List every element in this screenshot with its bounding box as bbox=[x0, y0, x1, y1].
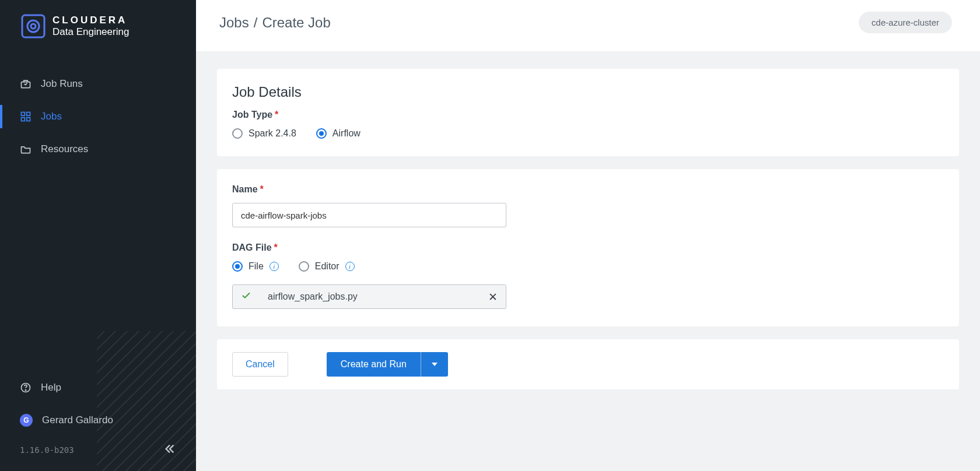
create-run-dropdown[interactable] bbox=[421, 352, 448, 377]
radio-icon bbox=[299, 261, 309, 272]
svg-rect-0 bbox=[22, 15, 44, 37]
job-type-radio-group: Spark 2.4.8 Airflow bbox=[232, 128, 944, 139]
info-icon[interactable]: i bbox=[345, 262, 355, 271]
check-icon bbox=[241, 290, 251, 303]
product-name: Data Engineering bbox=[52, 26, 129, 38]
help-link[interactable]: Help bbox=[0, 371, 196, 404]
breadcrumb-current: Create Job bbox=[262, 15, 330, 31]
brand-name: CLOUDERA bbox=[52, 15, 129, 26]
dag-mode-radio-group: File i Editor i bbox=[232, 261, 944, 272]
cloudera-logo-icon bbox=[21, 14, 46, 38]
dag-file-label: DAG File* bbox=[232, 242, 944, 253]
user-menu[interactable]: G Gerard Gallardo bbox=[0, 404, 196, 437]
breadcrumb: Jobs / Create Job bbox=[219, 15, 331, 31]
nav: Job Runs Jobs Resources bbox=[0, 68, 196, 166]
radio-dag-editor[interactable]: Editor i bbox=[299, 261, 355, 272]
radio-icon bbox=[232, 261, 243, 272]
svg-rect-6 bbox=[22, 118, 25, 121]
radio-airflow[interactable]: Airflow bbox=[316, 128, 360, 139]
nav-label: Job Runs bbox=[41, 78, 83, 90]
help-label: Help bbox=[41, 382, 61, 393]
avatar: G bbox=[20, 414, 33, 427]
radio-label: Airflow bbox=[332, 128, 360, 139]
cluster-chip[interactable]: cde-azure-cluster bbox=[859, 12, 952, 33]
folder-icon bbox=[20, 143, 32, 155]
sidebar-footer: 1.16.0-b203 bbox=[0, 437, 196, 463]
breadcrumb-separator: / bbox=[254, 15, 258, 31]
nav-label: Resources bbox=[41, 143, 88, 155]
topbar: Jobs / Create Job cde-azure-cluster bbox=[196, 0, 980, 51]
svg-rect-4 bbox=[22, 113, 25, 116]
radio-dag-file[interactable]: File i bbox=[232, 261, 279, 272]
job-details-card: Job Details Job Type* Spark 2.4.8 Airflo… bbox=[217, 69, 959, 156]
sidebar-item-jobs[interactable]: Jobs bbox=[0, 100, 196, 133]
sidebar-bottom: Help G Gerard Gallardo 1.16.0-b203 bbox=[0, 371, 196, 471]
svg-rect-5 bbox=[27, 113, 30, 116]
radio-label: Editor bbox=[315, 261, 340, 272]
job-config-card: Name* DAG File* File i Editor bbox=[217, 169, 959, 326]
content: Job Details Job Type* Spark 2.4.8 Airflo… bbox=[196, 51, 980, 471]
user-name: Gerard Gallardo bbox=[42, 414, 113, 426]
sidebar-item-resources[interactable]: Resources bbox=[0, 133, 196, 166]
help-icon bbox=[20, 382, 32, 393]
create-run-button[interactable]: Create and Run bbox=[327, 352, 421, 377]
svg-point-2 bbox=[31, 24, 36, 29]
name-label: Name* bbox=[232, 184, 944, 195]
collapse-sidebar-icon[interactable] bbox=[163, 442, 176, 457]
grid-icon bbox=[20, 111, 32, 122]
actions-card: Cancel Create and Run bbox=[217, 339, 959, 389]
main: Jobs / Create Job cde-azure-cluster Job … bbox=[196, 0, 980, 471]
job-type-label: Job Type* bbox=[232, 110, 944, 120]
sidebar-item-job-runs[interactable]: Job Runs bbox=[0, 68, 196, 100]
radio-icon bbox=[232, 128, 243, 139]
sidebar: CLOUDERA Data Engineering Job Runs Jobs … bbox=[0, 0, 196, 471]
radio-icon bbox=[316, 128, 327, 139]
radio-label: Spark 2.4.8 bbox=[249, 128, 296, 139]
briefcase-icon bbox=[20, 78, 32, 90]
svg-point-1 bbox=[27, 20, 39, 32]
info-icon[interactable]: i bbox=[270, 262, 279, 271]
breadcrumb-root[interactable]: Jobs bbox=[219, 15, 249, 31]
logo-block: CLOUDERA Data Engineering bbox=[0, 0, 196, 45]
section-title: Job Details bbox=[232, 84, 944, 100]
uploaded-filename: airflow_spark_jobs.py bbox=[264, 291, 475, 302]
version-text: 1.16.0-b203 bbox=[20, 445, 74, 455]
create-run-button-group: Create and Run bbox=[327, 352, 448, 377]
svg-point-9 bbox=[25, 390, 26, 391]
cancel-button[interactable]: Cancel bbox=[232, 352, 288, 377]
chevron-down-icon bbox=[432, 361, 438, 367]
radio-spark[interactable]: Spark 2.4.8 bbox=[232, 128, 296, 139]
job-name-input[interactable] bbox=[232, 203, 506, 227]
remove-file-icon[interactable]: ✕ bbox=[488, 290, 498, 304]
uploaded-file-chip: airflow_spark_jobs.py ✕ bbox=[232, 284, 506, 309]
nav-label: Jobs bbox=[41, 111, 62, 122]
radio-label: File bbox=[249, 261, 264, 272]
svg-rect-7 bbox=[27, 118, 30, 121]
